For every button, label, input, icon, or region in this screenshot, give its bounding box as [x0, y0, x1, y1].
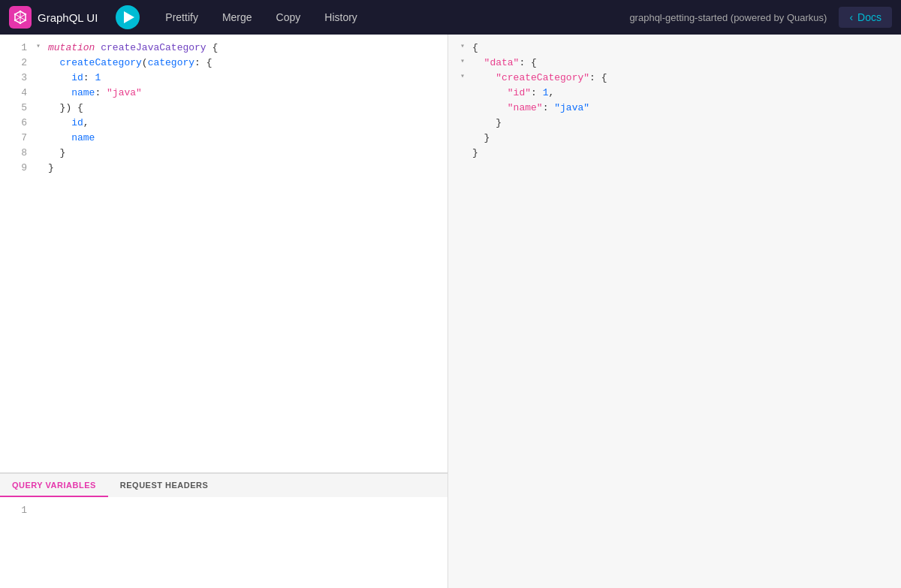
- tab-query-variables[interactable]: QUERY VARIABLES: [0, 474, 108, 497]
- bottom-section: QUERY VARIABLES REQUEST HEADERS 1: [0, 472, 447, 588]
- code-content: "id": 1,: [472, 86, 895, 101]
- code-content: name: [48, 131, 441, 146]
- line-number: 7: [6, 131, 27, 146]
- line-number: 3: [6, 71, 27, 86]
- graphql-logo-icon: [9, 6, 32, 29]
- fold-gutter: ▾: [36, 41, 45, 52]
- query-code: 1 ▾ mutation createJavaCategory { 2 crea…: [0, 41, 447, 176]
- docs-button[interactable]: ‹ Docs: [839, 7, 892, 28]
- copy-button[interactable]: Copy: [266, 7, 312, 28]
- editor-line: 7 name: [0, 131, 447, 146]
- result-line: }: [448, 146, 901, 161]
- result-line: ▾ {: [448, 41, 901, 56]
- result-line: }: [448, 131, 901, 146]
- code-content: }: [472, 116, 895, 131]
- editor-line: 2 createCategory(category: {: [0, 56, 447, 71]
- docs-chevron-icon: ‹: [849, 11, 853, 23]
- execute-button[interactable]: [116, 5, 140, 29]
- line-number: 5: [6, 101, 27, 116]
- bottom-tabs-bar: QUERY VARIABLES REQUEST HEADERS: [0, 473, 447, 497]
- code-content: "name": "java": [472, 101, 895, 116]
- result-panel: ▾ { ▾ "data": { ▾ "createCategory": { "i…: [448, 35, 901, 588]
- editor-line: 1 ▾ mutation createJavaCategory {: [0, 41, 447, 56]
- variable-line-1: 1: [0, 503, 447, 518]
- editor-line: 5 }) {: [0, 101, 447, 116]
- editor-line: 3 id: 1: [0, 71, 447, 86]
- result-line: "id": 1,: [448, 86, 901, 101]
- code-content: id,: [48, 116, 441, 131]
- code-content: id: 1: [48, 71, 441, 86]
- fold-gutter: ▾: [460, 71, 469, 82]
- line-number: 8: [6, 146, 27, 161]
- code-content: mutation createJavaCategory {: [48, 41, 441, 56]
- code-content: "createCategory": {: [472, 71, 895, 86]
- code-content: }: [48, 161, 441, 176]
- line-number: 4: [6, 86, 27, 101]
- code-content: }: [472, 131, 895, 146]
- tab-request-headers[interactable]: REQUEST HEADERS: [108, 474, 221, 497]
- editor-line: 4 name: "java": [0, 86, 447, 101]
- code-content: name: "java": [48, 86, 441, 101]
- result-line: ▾ "data": {: [448, 56, 901, 71]
- code-content: }) {: [48, 101, 441, 116]
- merge-button[interactable]: Merge: [212, 7, 263, 28]
- fold-gutter: ▾: [460, 56, 469, 67]
- variables-editor[interactable]: 1: [0, 497, 447, 588]
- left-panel: 1 ▾ mutation createJavaCategory { 2 crea…: [0, 35, 448, 588]
- editor-line: 9 }: [0, 161, 447, 176]
- app-header: GraphQL UI Prettify Merge Copy History g…: [0, 0, 901, 35]
- app-logo: GraphQL UI: [9, 6, 98, 29]
- code-content: "data": {: [472, 56, 895, 71]
- fold-gutter: ▾: [460, 41, 469, 52]
- line-number: 1: [6, 41, 27, 56]
- var-line-num: 1: [6, 503, 27, 518]
- line-number: 9: [6, 161, 27, 176]
- code-content: }: [48, 146, 441, 161]
- server-info: graphql-getting-started (powered by Quar…: [629, 12, 827, 23]
- line-number: 6: [6, 116, 27, 131]
- prettify-button[interactable]: Prettify: [155, 7, 209, 28]
- query-editor[interactable]: 1 ▾ mutation createJavaCategory { 2 crea…: [0, 35, 447, 472]
- result-line: }: [448, 116, 901, 131]
- variables-code: 1: [0, 503, 447, 518]
- result-line: "name": "java": [448, 101, 901, 116]
- result-line: ▾ "createCategory": {: [448, 71, 901, 86]
- history-button[interactable]: History: [314, 7, 368, 28]
- code-content: }: [472, 146, 895, 161]
- editor-line: 8 }: [0, 146, 447, 161]
- line-number: 2: [6, 56, 27, 71]
- result-code: ▾ { ▾ "data": { ▾ "createCategory": { "i…: [448, 41, 901, 161]
- app-title: GraphQL UI: [38, 11, 98, 24]
- docs-label: Docs: [857, 11, 881, 23]
- play-icon: [124, 11, 134, 23]
- code-content: createCategory(category: {: [48, 56, 441, 71]
- main-content: 1 ▾ mutation createJavaCategory { 2 crea…: [0, 35, 901, 588]
- header-nav: Prettify Merge Copy History: [155, 7, 629, 28]
- editor-line: 6 id,: [0, 116, 447, 131]
- code-content: {: [472, 41, 895, 56]
